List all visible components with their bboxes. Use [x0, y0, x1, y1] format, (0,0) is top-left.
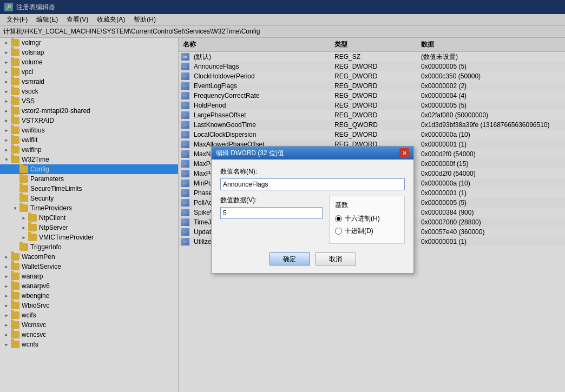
value-name-label: 数值名称(N):	[220, 167, 405, 176]
dialog-overlay: 编辑 DWORD (32 位)值 ✕ 数值名称(N): 数值数据(V): 基数 …	[0, 0, 565, 392]
value-data-input[interactable]	[220, 207, 323, 219]
dialog-close-button[interactable]: ✕	[399, 148, 409, 158]
hex-radio-label: 十六进制(H)	[345, 214, 380, 223]
dialog-body: 数值名称(N): 数值数据(V): 基数 十六进制(H) 十进制(D)	[212, 160, 413, 273]
hex-radio-option[interactable]: 十六进制(H)	[335, 214, 399, 223]
dialog-title-bar: 编辑 DWORD (32 位)值 ✕	[212, 147, 413, 160]
value-name-input[interactable]	[220, 178, 405, 190]
base-options-panel: 基数 十六进制(H) 十进制(D)	[329, 196, 405, 244]
value-data-label: 数值数据(V):	[220, 196, 323, 205]
edit-dword-dialog: 编辑 DWORD (32 位)值 ✕ 数值名称(N): 数值数据(V): 基数 …	[211, 146, 414, 274]
cancel-button[interactable]: 取消	[316, 253, 356, 265]
base-label: 基数	[335, 201, 399, 210]
ok-button[interactable]: 确定	[270, 253, 310, 265]
dialog-row: 数值数据(V): 基数 十六进制(H) 十进制(D)	[220, 196, 405, 244]
dialog-title: 编辑 DWORD (32 位)值	[216, 149, 284, 158]
hex-radio-button[interactable]	[335, 215, 342, 222]
dialog-buttons: 确定 取消	[220, 253, 405, 265]
dec-radio-label: 十进制(D)	[345, 227, 373, 236]
dec-radio-option[interactable]: 十进制(D)	[335, 227, 399, 236]
dialog-left: 数值数据(V):	[220, 196, 323, 244]
dec-radio-button[interactable]	[335, 228, 342, 235]
